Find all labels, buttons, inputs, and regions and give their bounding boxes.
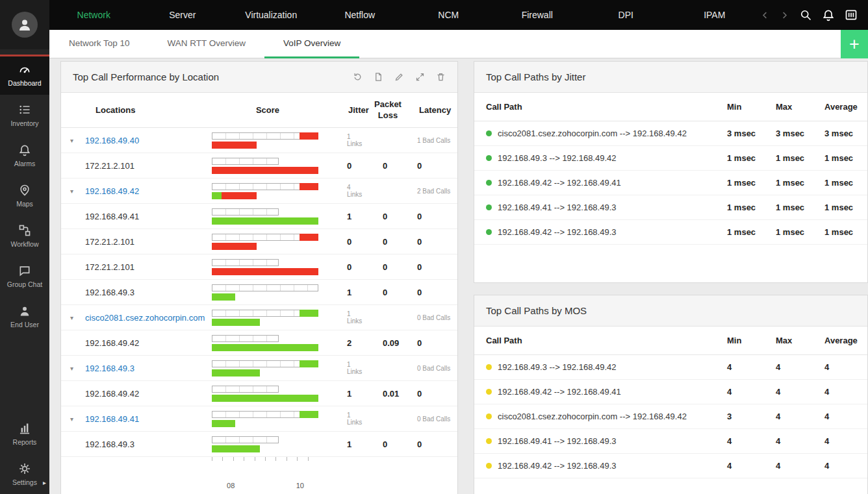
score-fill-bar bbox=[212, 243, 318, 250]
sidebar-item-reports[interactable]: Reports bbox=[0, 414, 49, 454]
score-bar-chart bbox=[212, 229, 324, 254]
status-dot-icon bbox=[486, 463, 492, 469]
min-value: 4 bbox=[727, 461, 776, 471]
latency-value: 0 bbox=[409, 338, 459, 348]
collapse-caret-icon[interactable]: ▾ bbox=[70, 137, 73, 144]
score-bar-segment bbox=[212, 293, 235, 301]
col-call-path: Call Path bbox=[486, 102, 727, 112]
collapse-caret-icon[interactable]: ▾ bbox=[70, 365, 73, 372]
call-path-label: 192.168.49.41 --> 192.168.49.3 bbox=[498, 436, 617, 446]
min-value: 1 msec bbox=[727, 227, 776, 237]
tab-network-top-10[interactable]: Network Top 10 bbox=[50, 30, 149, 58]
delete-icon[interactable] bbox=[436, 72, 446, 82]
jitter-rows: cisco2081.csez.zohocorpin.com --> 192.16… bbox=[474, 121, 867, 245]
latency-value: 0 bbox=[409, 262, 459, 272]
tab-voip-overview[interactable]: VoIP Overview bbox=[264, 30, 359, 58]
edit-icon[interactable] bbox=[394, 72, 404, 82]
sidebar-item-dashboard[interactable]: Dashboard bbox=[0, 55, 49, 95]
sidebar-item-alarms[interactable]: Alarms bbox=[0, 135, 49, 175]
jitter-widget: Top Call Paths by Jitter Call Path Min M… bbox=[474, 61, 868, 283]
min-value: 4 bbox=[727, 387, 776, 397]
sidebar-item-label: Workflow bbox=[11, 240, 39, 248]
jitter-value: 1 bbox=[324, 439, 366, 449]
collapse-caret-icon[interactable]: ▾ bbox=[70, 188, 73, 195]
nav-item-network[interactable]: Network bbox=[49, 0, 138, 30]
status-dot-icon bbox=[486, 364, 492, 370]
collapse-caret-icon[interactable]: ▾ bbox=[70, 314, 73, 321]
col-latency: Latency bbox=[409, 105, 459, 115]
packet-loss-value: 0.09 bbox=[366, 338, 409, 348]
score-outline-bar bbox=[212, 208, 279, 216]
location-label[interactable]: cisco2081.csez.zohocorpin.com bbox=[85, 313, 205, 323]
location-label[interactable]: 192.168.49.3 bbox=[85, 364, 134, 373]
score-outline-bar bbox=[212, 183, 318, 190]
expand-icon[interactable] bbox=[415, 72, 425, 82]
score-bar-tip bbox=[300, 132, 318, 140]
status-dot-icon bbox=[486, 389, 492, 395]
sidebar-item-settings[interactable]: Settings▸ bbox=[0, 454, 49, 494]
location-cell: ▾192.168.49.41 bbox=[61, 414, 212, 424]
location-label: 192.168.49.42 bbox=[85, 338, 139, 348]
sidebar-item-workflow[interactable]: Workflow bbox=[0, 216, 49, 256]
score-outline-bar bbox=[212, 436, 279, 443]
sidebar-item-end-user[interactable]: End User bbox=[0, 296, 49, 336]
notifications-icon[interactable] bbox=[822, 8, 835, 21]
avg-value: 1 msec bbox=[824, 178, 856, 188]
sidebar-item-group-chat[interactable]: Group Chat bbox=[0, 256, 49, 296]
location-row: 192.168.49.3100 bbox=[61, 280, 457, 305]
sidebar-item-maps[interactable]: Maps bbox=[0, 175, 49, 216]
bad-calls-count: 0 Bad Calls bbox=[409, 314, 459, 321]
refresh-icon[interactable] bbox=[353, 72, 363, 82]
sidebar-item-inventory[interactable]: Inventory bbox=[0, 95, 49, 135]
call-path-label: cisco2081.csez.zohocorpin.com --> 192.16… bbox=[498, 412, 687, 421]
sidebar-item-label: Dashboard bbox=[8, 79, 41, 87]
location-row: 192.168.49.4220.090 bbox=[61, 330, 457, 356]
add-dashboard-button[interactable]: + bbox=[841, 30, 868, 58]
location-row: ▾192.168.49.424 Links2 Bad Calls bbox=[61, 179, 457, 204]
nav-item-firewall[interactable]: Firewall bbox=[493, 0, 582, 30]
location-cell: 172.21.2.101 bbox=[61, 262, 212, 272]
location-label[interactable]: 192.168.49.40 bbox=[85, 136, 139, 145]
location-cell: 192.168.49.3 bbox=[61, 288, 212, 297]
bad-calls-count: 0 Bad Calls bbox=[409, 365, 459, 372]
max-value: 1 msec bbox=[776, 178, 824, 188]
score-bar-segment bbox=[212, 369, 260, 377]
score-fill-bar bbox=[212, 293, 318, 301]
collapse-caret-icon[interactable]: ▾ bbox=[70, 415, 73, 423]
nav-next-icon[interactable] bbox=[780, 10, 789, 20]
location-label[interactable]: 192.168.49.41 bbox=[85, 414, 139, 424]
call-path-label: 192.168.49.3 --> 192.168.49.42 bbox=[498, 362, 617, 372]
sidebar-item-label: Group Chat bbox=[7, 280, 42, 288]
location-label[interactable]: 192.168.49.42 bbox=[85, 186, 139, 196]
nav-item-ncm[interactable]: NCM bbox=[404, 0, 493, 30]
call-performance-rows: ▾192.168.49.401 Links1 Bad Calls172.21.2… bbox=[61, 128, 457, 457]
avatar-icon bbox=[12, 12, 38, 38]
export-icon[interactable] bbox=[374, 72, 383, 82]
location-label: 192.168.49.3 bbox=[85, 439, 134, 449]
user-icon bbox=[18, 304, 31, 317]
panel-icon[interactable] bbox=[845, 8, 858, 21]
nav-item-netflow[interactable]: Netflow bbox=[316, 0, 405, 30]
user-avatar[interactable] bbox=[0, 0, 49, 49]
nav-item-dpi[interactable]: DPI bbox=[581, 0, 670, 30]
packet-loss-value: 0 bbox=[366, 262, 409, 272]
axis-label: 08 bbox=[227, 482, 235, 489]
status-dot-icon bbox=[486, 155, 492, 161]
nav-prev-icon[interactable] bbox=[760, 10, 770, 20]
search-icon[interactable] bbox=[799, 8, 812, 21]
tab-wan-rtt-overview[interactable]: WAN RTT Overview bbox=[149, 30, 265, 58]
nav-item-virtualization[interactable]: Virtualization bbox=[227, 0, 316, 30]
latency-value: 0 bbox=[409, 439, 459, 449]
max-value: 1 msec bbox=[776, 203, 824, 212]
call-path-label: 192.168.49.42 --> 192.168.49.3 bbox=[498, 227, 617, 237]
nav-item-server[interactable]: Server bbox=[138, 0, 227, 30]
min-value: 1 msec bbox=[727, 178, 776, 188]
status-dot-icon bbox=[486, 438, 492, 444]
status-dot-icon bbox=[486, 204, 492, 210]
nav-item-ipam[interactable]: IPAM bbox=[670, 0, 760, 30]
score-bar-chart bbox=[212, 381, 324, 406]
avg-value: 1 msec bbox=[824, 203, 856, 212]
max-value: 4 bbox=[776, 387, 824, 397]
location-cell: ▾192.168.49.3 bbox=[61, 364, 212, 373]
min-value: 4 bbox=[727, 362, 776, 372]
